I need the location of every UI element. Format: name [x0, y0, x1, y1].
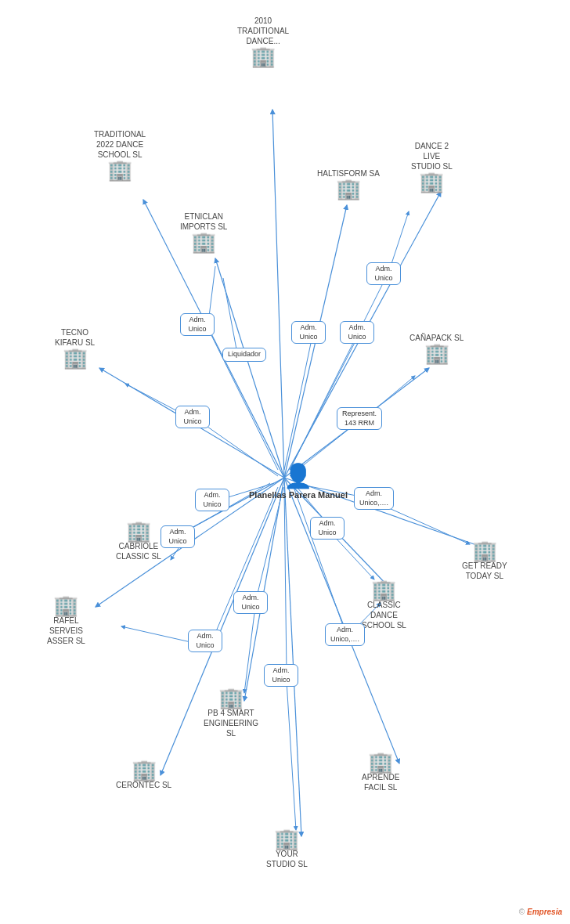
center-label: Planellas Parera Manuel	[249, 489, 348, 501]
badge-b12[interactable]: Adm.Unico,….	[325, 623, 365, 646]
building-icon-c15: 🏢	[274, 828, 299, 849]
company-node-c4[interactable]: HALTISFORM SA 🏢	[317, 168, 380, 199]
company-node-c13[interactable]: 🏢 CERONTEC SL	[116, 760, 171, 790]
company-label-c1: 2010TRADITIONALDANCE...	[237, 16, 289, 46]
badge-b2[interactable]: Liquidador	[222, 348, 266, 362]
badge-b10[interactable]: Adm.Unico,….	[354, 487, 394, 510]
building-icon-c9: 🏢	[472, 540, 497, 561]
company-node-c2[interactable]: TRADITIONAL2022 DANCESCHOOL SL 🏢	[94, 129, 146, 180]
company-label-c15: YOURSTUDIO SL	[266, 849, 308, 869]
company-node-c14[interactable]: 🏢 APRENDEFACIL SL	[362, 752, 399, 792]
badge-b3[interactable]: Adm.Unico	[366, 262, 401, 285]
company-node-c7[interactable]: TECNOKIFARU SL 🏢	[55, 327, 95, 368]
person-icon: 👤	[283, 462, 312, 489]
building-icon-c14: 🏢	[368, 752, 393, 772]
badge-b9[interactable]: Adm.Unico	[161, 525, 195, 548]
badge-b7[interactable]: Adm.Unico	[175, 406, 210, 428]
company-label-c5: DANCE 2LIVESTUDIO SL	[411, 141, 453, 171]
company-node-c10[interactable]: 🏢 CLASSICDANCESCHOOL SL	[362, 579, 406, 630]
company-label-c8: CABRIOLECLASSIC SL	[116, 541, 161, 561]
company-label-c10: CLASSICDANCESCHOOL SL	[362, 600, 406, 630]
company-node-c5[interactable]: DANCE 2LIVESTUDIO SL 🏢	[411, 141, 453, 192]
building-icon-c8: 🏢	[126, 521, 151, 541]
network-canvas: 👤 Planellas Parera Manuel 2010TRADITIONA…	[0, 0, 570, 924]
watermark: © Empresia	[519, 907, 562, 916]
building-icon-c10: 🏢	[371, 579, 396, 600]
company-node-c11[interactable]: 🏢 RAFELSERVEISASSER SL	[47, 595, 85, 646]
svg-line-30	[290, 332, 360, 470]
company-node-c9[interactable]: 🏢 GET READYTODAY SL	[462, 540, 507, 581]
badge-b15[interactable]: Adm.Unico	[264, 664, 298, 687]
building-icon-c13: 🏢	[132, 760, 157, 780]
badge-b8[interactable]: Adm.Unico	[195, 489, 229, 511]
building-icon-c3: 🏢	[191, 232, 216, 252]
company-node-c15[interactable]: 🏢 YOURSTUDIO SL	[266, 828, 308, 869]
badge-b5[interactable]: Adm.Unico	[340, 321, 374, 344]
badge-b14[interactable]: Adm.Unico	[188, 630, 222, 652]
building-icon-c7: 🏢	[63, 348, 88, 368]
building-icon-c11: 🏢	[53, 595, 78, 615]
company-node-c12[interactable]: 🏢 PB 4 SMARTENGINEERINGSL	[204, 688, 258, 738]
svg-line-0	[272, 110, 284, 478]
badge-b1[interactable]: Adm.Unico	[180, 313, 215, 336]
company-label-c7: TECNOKIFARU SL	[55, 327, 95, 348]
badge-b6[interactable]: Represent.143 RRM	[337, 407, 382, 430]
building-icon-c2: 🏢	[107, 160, 132, 180]
company-node-c1[interactable]: 2010TRADITIONALDANCE... 🏢	[237, 16, 289, 67]
svg-line-22	[333, 535, 374, 579]
svg-line-24	[244, 607, 255, 693]
svg-line-26	[287, 681, 296, 830]
badge-b13[interactable]: Adm.Unico	[233, 591, 268, 614]
building-icon-c6: 🏢	[424, 343, 449, 363]
company-node-c8[interactable]: 🏢 CABRIOLECLASSIC SL	[116, 521, 161, 561]
company-node-c3[interactable]: ETNICLANIMPORTS SL 🏢	[180, 211, 227, 252]
company-label-c13: CERONTEC SL	[116, 780, 171, 790]
company-label-c12: PB 4 SMARTENGINEERINGSL	[204, 708, 258, 738]
building-icon-c12: 🏢	[218, 688, 244, 708]
company-node-c6[interactable]: CAÑAPACK SL 🏢	[409, 333, 464, 363]
svg-line-28	[290, 274, 388, 470]
company-label-c3: ETNICLANIMPORTS SL	[180, 211, 227, 232]
company-label-c9: GET READYTODAY SL	[462, 561, 507, 581]
svg-line-40	[284, 487, 287, 673]
company-label-c11: RAFELSERVEISASSER SL	[47, 615, 85, 646]
svg-line-38	[255, 487, 283, 603]
building-icon-c4: 🏢	[336, 179, 361, 199]
svg-line-37	[294, 487, 346, 634]
building-icon-c5: 🏢	[419, 171, 444, 192]
badge-b11[interactable]: Adm.Unico	[310, 517, 345, 540]
svg-line-21	[382, 505, 470, 544]
badge-b4[interactable]: Adm.Unico	[291, 321, 326, 344]
center-node[interactable]: 👤 Planellas Parera Manuel	[249, 462, 348, 501]
building-icon-c1: 🏢	[251, 46, 276, 67]
company-label-c14: APRENDEFACIL SL	[362, 772, 399, 792]
company-label-c2: TRADITIONAL2022 DANCESCHOOL SL	[94, 129, 146, 160]
svg-line-29	[284, 332, 313, 470]
svg-line-2	[215, 258, 284, 478]
svg-line-14	[284, 478, 301, 836]
